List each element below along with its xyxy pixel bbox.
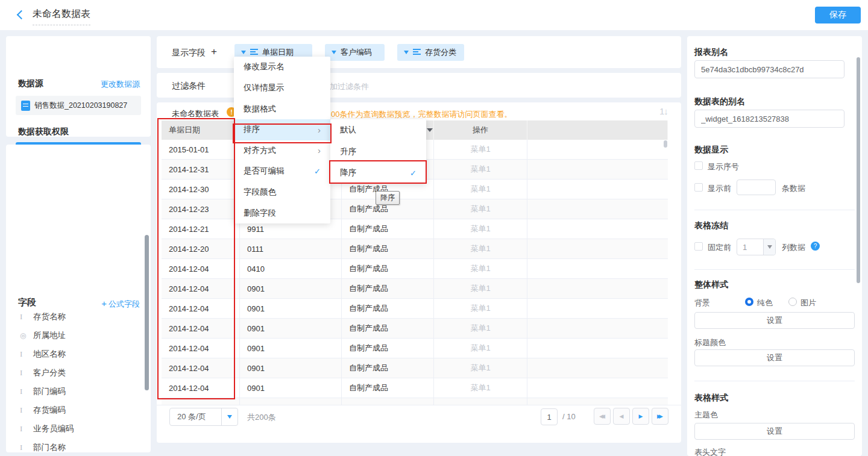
field-chip[interactable]: 存货分类: [397, 44, 464, 61]
submenu-arrow-icon: ›: [318, 125, 321, 135]
menu-item[interactable]: 是否可编辑 › ✓: [234, 161, 330, 182]
column-caret-down-icon[interactable]: [427, 128, 433, 132]
cell-empty: [527, 199, 668, 219]
show-first-suffix: 条数据: [782, 183, 805, 194]
caret-down-icon: [241, 51, 246, 54]
cell-action-link[interactable]: 菜单1: [434, 199, 527, 219]
cell-action-link[interactable]: 菜单1: [434, 180, 527, 199]
submenu-item[interactable]: 升序 › ✓: [330, 141, 426, 163]
theme-color-set-button[interactable]: 设置: [694, 423, 855, 440]
save-button[interactable]: 保存: [815, 7, 861, 23]
menu-item[interactable]: 排序 › ✓: [234, 119, 330, 140]
field-list-item[interactable]: 客户分类: [6, 363, 151, 382]
title-color-set-button[interactable]: 设置: [694, 349, 855, 366]
back-icon[interactable]: [17, 10, 27, 20]
table-title: 未命名数据表: [172, 108, 219, 119]
menu-item[interactable]: 仅详情显示 › ✓: [234, 78, 330, 99]
show-first-count-input[interactable]: [737, 180, 776, 195]
freeze-count-select[interactable]: 1: [737, 239, 776, 255]
image-radio[interactable]: [788, 298, 797, 306]
cell-action-link[interactable]: 菜单1: [434, 239, 527, 259]
datasource-file-name: 销售数据_20210203190827: [34, 101, 127, 111]
cell-date: 2014-12-04: [162, 299, 240, 319]
cell-code: 0901: [240, 378, 342, 398]
solid-color-label: 纯色: [757, 298, 773, 308]
cell-category: 自制产成品: [342, 378, 434, 398]
field-list-item[interactable]: 所属地址: [6, 326, 151, 345]
cell-action-link[interactable]: 菜单1: [434, 160, 527, 180]
datasource-card: 数据源 更改数据源 销售数据_20210203190827 数据获取权限 报表权…: [6, 36, 151, 137]
field-list-item[interactable]: 部门名称: [6, 438, 151, 452]
cell-code: 0901: [240, 279, 342, 299]
column-header-date[interactable]: 单据日期: [162, 120, 240, 140]
submenu-item[interactable]: 默认 › ✓: [330, 119, 426, 141]
column-header-action[interactable]: 操作: [434, 120, 527, 140]
add-formula-field-link[interactable]: +公式字段: [101, 298, 140, 310]
freeze-count-value: 1: [737, 243, 763, 252]
page-size-select[interactable]: 20 条/页: [169, 408, 238, 426]
sort-lines-icon: [250, 49, 258, 56]
datasource-file[interactable]: 销售数据_20210203190827: [16, 96, 141, 115]
cell-action-link[interactable]: 菜单1: [434, 219, 527, 239]
menu-item[interactable]: 对齐方式 › ✓: [234, 140, 330, 161]
first-page-button[interactable]: [594, 408, 611, 425]
divider: [694, 210, 855, 210]
report-alias-input[interactable]: [694, 60, 844, 78]
caret-down-icon: [404, 51, 409, 54]
field-list-item[interactable]: 存货编码: [6, 401, 151, 419]
freeze-checkbox[interactable]: [694, 242, 703, 251]
help-icon[interactable]: ?: [811, 242, 820, 251]
field-label: 客户分类: [33, 367, 66, 378]
menu-item[interactable]: 修改显示名 › ✓: [234, 57, 330, 78]
cell-action-link[interactable]: 菜单1: [434, 339, 527, 358]
file-icon: [21, 101, 30, 111]
menu-item[interactable]: 数据格式 › ✓: [234, 98, 330, 119]
add-display-field-icon[interactable]: +: [211, 46, 217, 58]
cell-action-link[interactable]: 菜单1: [434, 259, 527, 279]
field-list-item[interactable]: 存货名称: [6, 311, 151, 326]
cell-action-link[interactable]: 菜单1: [434, 358, 527, 378]
next-page-button[interactable]: [632, 408, 649, 425]
settings-scrollbar[interactable]: [857, 57, 860, 283]
cell-action-link[interactable]: 菜单1: [434, 378, 527, 398]
solid-color-radio[interactable]: [745, 298, 753, 306]
cell-code: 0901: [240, 299, 342, 319]
cell-action-link[interactable]: 菜单1: [434, 319, 527, 339]
submenu-arrow-icon: ›: [318, 145, 321, 155]
last-page-button[interactable]: [652, 408, 668, 425]
pagination-divider: [157, 405, 681, 405]
table-sort-icon[interactable]: 1↓: [659, 106, 668, 116]
field-chip[interactable]: 客户编码: [325, 44, 385, 61]
show-first-checkbox[interactable]: [694, 183, 703, 192]
prev-page-button[interactable]: [613, 408, 630, 425]
data-display-label: 数据显示: [694, 145, 728, 155]
show-index-checkbox[interactable]: [694, 161, 703, 170]
menu-item[interactable]: 删除字段 › ✓: [234, 202, 330, 223]
field-type-icon: [20, 368, 33, 378]
fields-scrollbar[interactable]: [145, 235, 149, 390]
menu-item-label: 字段颜色: [244, 187, 321, 198]
freeze-title: 表格冻结: [694, 220, 728, 231]
datasource-title: 数据源: [18, 78, 43, 89]
field-list-item[interactable]: 地区名称: [6, 345, 151, 363]
freeze-suffix: 列数据: [782, 242, 805, 253]
table-row: 2014-12-04 0901 自制产成品 菜单1: [162, 339, 668, 358]
fields-card: 字段 +公式字段 存货名称 所属地址 地区名称 客户分类 部门编码: [6, 145, 151, 452]
cell-action-link[interactable]: 菜单1: [434, 279, 527, 299]
tooltip: 降序: [376, 191, 400, 205]
cell-action-link[interactable]: 菜单1: [434, 140, 527, 160]
change-datasource-link[interactable]: 更改数据源: [101, 79, 140, 90]
background-label: 背景: [694, 298, 710, 308]
field-label: 地区名称: [33, 349, 66, 360]
table-scrollbar[interactable]: [664, 140, 667, 148]
field-list-item[interactable]: 部门编码: [6, 382, 151, 401]
menu-item[interactable]: 字段颜色 › ✓: [234, 182, 330, 203]
table-alias-input[interactable]: [694, 110, 844, 128]
background-set-button[interactable]: 设置: [694, 312, 855, 329]
page-number-input[interactable]: [541, 408, 558, 425]
display-fields-label: 显示字段: [172, 48, 206, 58]
submenu-item[interactable]: 降序 › ✓: [330, 162, 426, 184]
cell-action-link[interactable]: 菜单1: [434, 299, 527, 319]
submenu-item-label: 默认: [340, 125, 417, 136]
field-list-item[interactable]: 业务员编码: [6, 419, 151, 438]
